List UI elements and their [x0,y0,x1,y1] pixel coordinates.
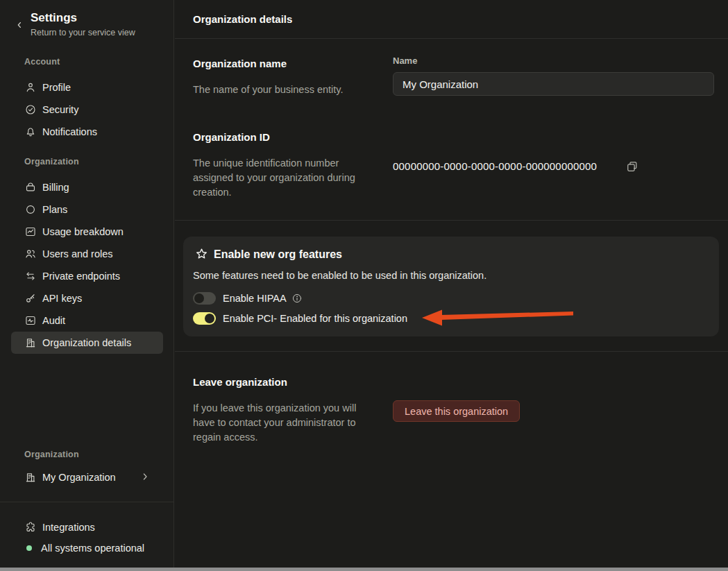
section-label-org-switcher: Organization [24,450,79,459]
chevron-right-icon [139,471,151,482]
features-description: Some features need to be enabled to be u… [193,270,486,281]
status-label: All systems operational [41,543,144,554]
sidebar-item-billing[interactable]: Billing [11,176,163,198]
org-name-heading: Organization name [193,58,287,69]
org-name-description: The name of your business entity. [193,83,344,97]
integrations-label: Integrations [42,522,95,533]
org-id-description: The unique identification number assigne… [193,156,371,200]
sidebar-item-api-keys[interactable]: API keys [11,287,163,309]
users-icon [24,248,37,260]
page-header: Organization details [175,0,728,39]
sidebar: Settings Return to your service view Acc… [0,0,174,571]
org-features-panel: Enable new org features Some features ne… [183,237,719,336]
star-icon [194,247,209,262]
user-icon [24,81,37,94]
section-divider [175,351,728,352]
window-bottom-edge [0,568,728,571]
org-id-heading: Organization ID [193,131,270,143]
billing-icon [24,181,37,194]
sidebar-item-organization-details[interactable]: Organization details [11,332,163,354]
sidebar-item-private-endpoints[interactable]: Private endpoints [11,265,163,287]
integrations-link[interactable]: Integrations [11,518,163,537]
sidebar-divider [0,502,174,502]
info-icon[interactable] [291,293,303,304]
sidebar-item-security[interactable]: Security [11,99,163,121]
org-name-input[interactable] [393,72,714,96]
sidebar-item-usage-breakdown[interactable]: Usage breakdown [11,221,163,243]
feature-toggle-row: Enable HIPAA [193,291,407,305]
page-title: Organization details [193,13,292,25]
usage-chart-icon [24,225,37,238]
sidebar-organization-list: Billing Plans Usage breakdown Users and … [0,176,174,354]
features-title: Enable new org features [214,248,342,261]
main-content: Organization details Organization name T… [175,0,728,571]
org-switcher-label: My Organization [42,472,116,483]
back-chevron-icon[interactable] [12,18,26,32]
leave-org-description: If you leave this organization you will … [193,401,376,445]
sidebar-item-audit[interactable]: Audit [11,309,163,332]
leave-org-button[interactable]: Leave this organization [393,400,520,422]
settings-page: Settings Return to your service view Acc… [0,0,728,571]
sidebar-item-users-and-roles[interactable]: Users and roles [11,243,163,265]
key-icon [24,292,37,305]
security-icon [24,103,37,116]
sidebar-item-notifications[interactable]: Notifications [11,121,163,143]
bell-icon [24,126,37,138]
section-divider [175,220,728,221]
sidebar-item-plans[interactable]: Plans [11,198,163,221]
leave-org-heading: Leave organization [193,376,287,388]
org-switcher[interactable]: My Organization [11,466,163,488]
building-icon [24,471,37,484]
status-dot-icon [26,545,32,551]
feature-toggle-row: Enable PCI- Enabled for this organizatio… [193,312,407,325]
sidebar-item-profile[interactable]: Profile [11,76,163,99]
integrations-puzzle-icon [24,521,37,534]
section-label-account: Account [24,57,60,67]
system-status-link[interactable]: All systems operational [11,538,163,558]
name-field-label: Name [393,56,417,66]
arrows-swap-icon [24,270,37,282]
section-label-organization: Organization [24,157,79,167]
audit-pulse-icon [24,314,37,327]
copy-icon[interactable] [625,160,639,173]
toggle-enable-hipaa[interactable] [193,292,216,305]
sidebar-account-list: Profile Security Notifications [0,76,174,143]
feature-toggle-list: Enable HIPAA Enable PCI- Enabled for thi… [193,291,407,325]
toggle-enable-pci-enabled-for-this-organization[interactable] [193,312,216,325]
sidebar-title: Settings [31,11,77,25]
building-icon [24,336,37,349]
plans-icon [24,203,37,216]
sidebar-subtitle[interactable]: Return to your service view [31,28,135,37]
org-id-value: 00000000-0000-0000-0000-000000000000 [393,160,597,172]
